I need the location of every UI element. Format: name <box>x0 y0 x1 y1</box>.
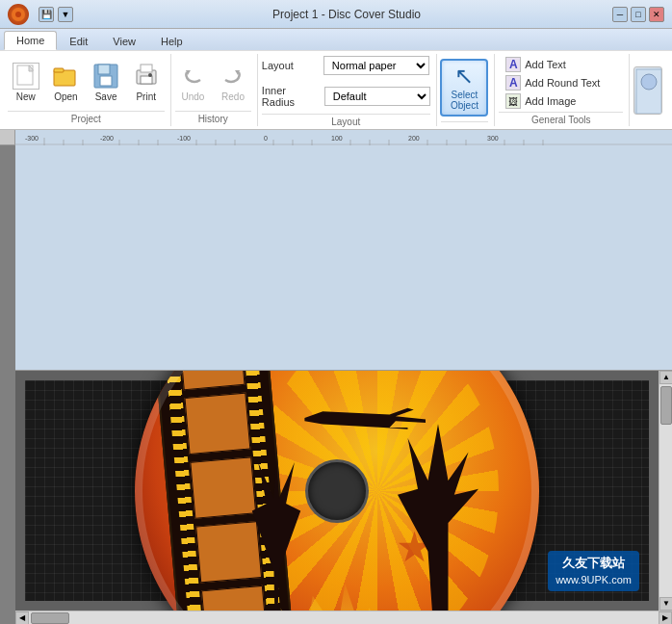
svg-text:0: 0 <box>264 135 268 142</box>
top-ruler: -300 -200 -100 0 100 200 300 <box>15 130 672 371</box>
watermark: 久友下载站 www.9UPK.com <box>548 551 639 591</box>
scroll-left-btn[interactable]: ◀ <box>15 611 29 624</box>
scroll-down-btn[interactable]: ▼ <box>659 597 672 611</box>
history-group-label: History <box>175 111 251 124</box>
scroll-up-btn[interactable]: ▲ <box>659 371 672 384</box>
left-panel: -200 -100 0 100 200 <box>0 130 15 624</box>
select-object-group: ↖ SelectObject <box>437 54 496 126</box>
redo-label: Redo <box>221 91 245 102</box>
ribbon: Home Edit View Help New <box>0 29 672 130</box>
layout-group: Layout Normal paper Inner Radius Default… <box>258 54 437 126</box>
save-label: Save <box>95 91 117 102</box>
general-tools-label: General Tools <box>499 112 623 125</box>
print-button[interactable]: Print <box>128 60 165 105</box>
general-tools-group: A Add Text A Add Round Text 🖼 Add Image … <box>495 54 630 126</box>
ribbon-tab-bar: Home Edit View Help <box>0 29 672 50</box>
open-button[interactable]: Open <box>48 60 85 105</box>
vertical-scrollbar[interactable]: ▲ ▼ <box>659 371 672 611</box>
disc-center-hole <box>308 462 366 520</box>
undo-button[interactable]: Undo <box>175 60 212 105</box>
select-object-label: SelectObject <box>451 90 478 111</box>
svg-point-16 <box>641 74 657 90</box>
add-image-label: Add Image <box>525 95 576 107</box>
horizontal-scrollbar[interactable]: ◀ ▶ <box>15 611 672 624</box>
select-object-button[interactable]: ↖ SelectObject <box>440 59 488 117</box>
add-round-text-button[interactable]: A Add Round Text <box>499 74 607 91</box>
add-round-text-icon: A <box>505 75 521 91</box>
app-icon <box>8 4 29 25</box>
new-label: New <box>16 91 36 102</box>
disc-artwork <box>135 371 539 611</box>
svg-text:300: 300 <box>487 135 499 142</box>
tab-home[interactable]: Home <box>4 31 57 50</box>
tab-help[interactable]: Help <box>148 31 195 50</box>
inner-radius-row: Inner Radius Default <box>262 85 430 108</box>
save-button[interactable]: Save <box>88 60 124 105</box>
svg-text:-300: -300 <box>25 135 39 142</box>
tab-edit[interactable]: Edit <box>57 31 100 50</box>
disc-container[interactable] <box>135 371 539 611</box>
inner-radius-select[interactable]: Default <box>324 87 430 106</box>
ruler-corner <box>0 130 15 145</box>
scroll-thumb-h[interactable] <box>31 612 69 624</box>
add-text-icon: A <box>505 57 521 72</box>
layout-group-label: Layout <box>262 114 430 127</box>
svg-rect-11 <box>141 65 152 72</box>
history-group: Undo Redo History <box>171 54 258 126</box>
title-bar: 💾 ▼ Project 1 - Disc Cover Studio ─ □ ✕ <box>0 0 672 29</box>
project-group: New Open <box>4 54 171 126</box>
project-group-label: Project <box>8 111 165 124</box>
add-image-icon: 🖼 <box>505 93 521 109</box>
open-label: Open <box>54 91 77 102</box>
quick-arrow-btn[interactable]: ▼ <box>58 7 73 22</box>
add-text-label: Add Text <box>525 59 566 70</box>
canvas-container: -200 -100 0 100 200 <box>0 130 672 624</box>
watermark-line1: 久友下载站 <box>556 555 632 572</box>
svg-text:-200: -200 <box>100 135 114 142</box>
svg-rect-8 <box>100 76 112 86</box>
svg-text:200: 200 <box>408 135 420 142</box>
add-round-text-label: Add Round Text <box>525 77 600 89</box>
new-button[interactable]: New <box>8 60 44 105</box>
svg-rect-5 <box>54 68 64 72</box>
scroll-thumb-v[interactable] <box>660 386 672 425</box>
maximize-btn[interactable]: □ <box>631 7 646 22</box>
select-arrow-icon: ↖ <box>454 65 474 88</box>
svg-rect-7 <box>98 65 110 74</box>
quick-save-btn[interactable]: 💾 <box>39 7 54 22</box>
layout-select[interactable]: Normal paper <box>323 56 429 75</box>
inner-radius-label: Inner Radius <box>262 85 321 108</box>
tab-view[interactable]: View <box>100 31 148 50</box>
scroll-right-btn[interactable]: ▶ <box>659 611 672 624</box>
window-title: Project 1 - Disc Cover Studio <box>81 8 612 21</box>
layout-label: Layout <box>262 60 320 71</box>
undo-label: Undo <box>181 91 204 102</box>
svg-text:100: 100 <box>331 135 343 142</box>
canvas-workspace[interactable]: 久友下载站 www.9UPK.com <box>15 371 659 611</box>
watermark-line2: www.9UPK.com <box>556 573 632 587</box>
print-label: Print <box>136 91 156 102</box>
redo-button[interactable]: Redo <box>215 60 251 105</box>
close-btn[interactable]: ✕ <box>649 7 664 22</box>
extra-tools-group <box>630 54 668 126</box>
svg-point-12 <box>148 73 152 77</box>
select-object-group-label <box>441 121 489 124</box>
quick-access-toolbar: 💾 ▼ <box>8 4 73 25</box>
disc <box>135 371 539 611</box>
minimize-btn[interactable]: ─ <box>612 7 628 22</box>
svg-point-1 <box>15 12 21 17</box>
ribbon-panel: New Open <box>0 50 672 129</box>
add-text-button[interactable]: A Add Text <box>499 56 607 73</box>
tools-column: A Add Text A Add Round Text 🖼 Add Image <box>499 56 607 110</box>
svg-text:-100: -100 <box>177 135 191 142</box>
layout-row: Layout Normal paper <box>262 56 430 75</box>
svg-rect-10 <box>141 76 152 84</box>
add-image-button[interactable]: 🖼 Add Image <box>499 92 607 110</box>
